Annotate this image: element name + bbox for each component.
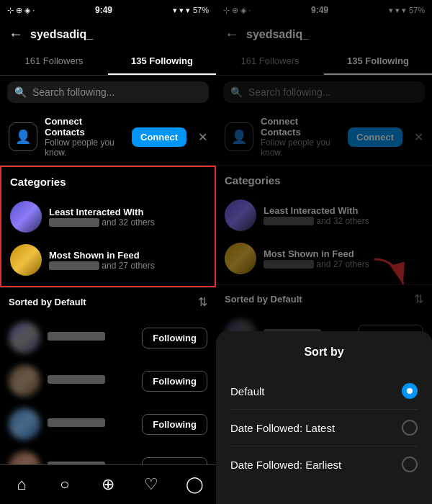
category-text-2-left: Most Shown in Feed and 27 others [49, 250, 155, 271]
search-icon-left: 🔍 [14, 86, 27, 98]
nav-add-left[interactable]: ⊕ [86, 471, 130, 498]
nav-search-left[interactable]: ○ [43, 471, 86, 498]
sorted-by-left: Sorted by Default ⇅ [0, 287, 216, 316]
tab-following-left[interactable]: 135 Following [108, 48, 216, 75]
tab-followers-left[interactable]: 161 Followers [0, 48, 108, 75]
radio-inner-default [407, 388, 413, 394]
status-icons-left: ⊹ ⊕ ◈ · [7, 6, 35, 15]
following-item-2-left: Following [0, 359, 216, 402]
category-item-2-left[interactable]: Most Shown in Feed and 27 others [10, 238, 206, 282]
left-panel: ⊹ ⊕ ◈ · 9:49 ▾ ▾ ▾ 57% ← syedsadiq_ 161 … [0, 0, 216, 504]
user-info-1-left [48, 332, 135, 343]
battery-left: 57% [193, 6, 209, 14]
blurred-name-2-left [49, 261, 99, 270]
right-panel: ⊹ ⊕ ◈ · 9:49 ▾ ▾ ▾ 57% ← syedsadiq_ 161 … [216, 0, 432, 504]
user-name-blur-2-left [48, 375, 105, 384]
user-name-blur-1-left [48, 332, 105, 341]
connect-subtitle-left: Follow people you know. [45, 138, 125, 158]
back-button-left[interactable]: ← [9, 26, 23, 42]
user-info-3-left [48, 418, 135, 430]
status-battery-left: ▾ ▾ ▾ 57% [173, 6, 209, 15]
connect-contacts-left: 👤 Connect Contacts Follow people you kno… [0, 109, 216, 166]
category-name-2-left: Most Shown in Feed [49, 250, 155, 261]
sort-option-label-earliest: Date Followed: Earliest [230, 459, 341, 471]
user-avatar-4-left [9, 451, 40, 464]
user-avatar-1-left [9, 322, 40, 354]
following-item-4-left: Following [0, 446, 216, 464]
user-avatar-3-left [9, 408, 40, 440]
following-button-2-left[interactable]: Following [142, 371, 207, 392]
category-avatar-2-left [10, 244, 42, 276]
modal-overlay[interactable] [216, 0, 432, 389]
wifi-icon: ▾ ▾ ▾ [173, 6, 190, 15]
tabs-left: 161 Followers 135 Following [0, 48, 216, 76]
user-info-2-left [48, 375, 135, 387]
connect-icon-left: 👤 [9, 122, 37, 151]
categories-left: Categories Least Interacted With and 32 … [0, 166, 216, 287]
nav-profile-left[interactable]: ◯ [173, 471, 216, 498]
category-others-1-left: and 32 others [49, 217, 155, 228]
following-item-1-left: Following [0, 316, 216, 359]
following-item-3-left: Following [0, 402, 216, 446]
categories-title-left: Categories [10, 176, 206, 188]
search-placeholder-left: Search following... [32, 86, 114, 98]
sort-icon-left[interactable]: ⇅ [198, 295, 207, 309]
category-item-1-left[interactable]: Least Interacted With and 32 others [10, 195, 206, 238]
user-name-blur-3-left [48, 418, 105, 427]
category-avatar-1-left [10, 201, 42, 233]
sort-option-label-latest: Date Followed: Latest [230, 422, 335, 434]
following-button-3-left[interactable]: Following [142, 414, 207, 435]
sort-option-earliest[interactable]: Date Followed: Earliest [230, 446, 418, 482]
sort-option-latest[interactable]: Date Followed: Latest [230, 410, 418, 446]
user-avatar-2-left [9, 365, 40, 397]
signal-icon: ⊹ ⊕ ◈ · [7, 6, 35, 15]
sorted-label-left: Sorted by Default [9, 297, 86, 307]
following-button-1-left[interactable]: Following [142, 328, 207, 348]
connect-title-left: Connect Contacts [45, 116, 125, 138]
blurred-name-1-left [49, 218, 99, 227]
search-bar-left[interactable]: 🔍 Search following... [7, 81, 209, 103]
connect-text-left: Connect Contacts Follow people you know. [45, 116, 125, 158]
close-connect-left[interactable]: ✕ [198, 130, 207, 144]
nav-heart-left[interactable]: ♡ [130, 471, 173, 498]
sort-option-label-default: Default [230, 385, 265, 397]
sort-modal: Sort by Default Date Followed: Latest Da… [216, 331, 432, 504]
bottom-nav-left: ⌂ ○ ⊕ ♡ ◯ [0, 464, 216, 504]
sort-option-default[interactable]: Default [230, 373, 418, 410]
category-others-2-left: and 27 others [49, 261, 155, 271]
connect-button-left[interactable]: Connect [132, 127, 186, 147]
nav-home-left[interactable]: ⌂ [0, 471, 43, 498]
radio-earliest [402, 456, 418, 472]
sort-modal-title: Sort by [230, 346, 418, 359]
status-time-left: 9:49 [95, 5, 112, 15]
status-bar-left: ⊹ ⊕ ◈ · 9:49 ▾ ▾ ▾ 57% [0, 0, 216, 20]
following-list-left: Following Following Following Following … [0, 316, 216, 464]
header-left: ← syedsadiq_ [0, 20, 216, 48]
username-left: syedsadiq_ [30, 28, 93, 41]
radio-latest [402, 420, 418, 436]
category-text-1-left: Least Interacted With and 32 others [49, 207, 155, 228]
following-button-4-left[interactable]: Following [142, 457, 207, 465]
category-name-1-left: Least Interacted With [49, 207, 155, 217]
radio-default [402, 383, 418, 399]
